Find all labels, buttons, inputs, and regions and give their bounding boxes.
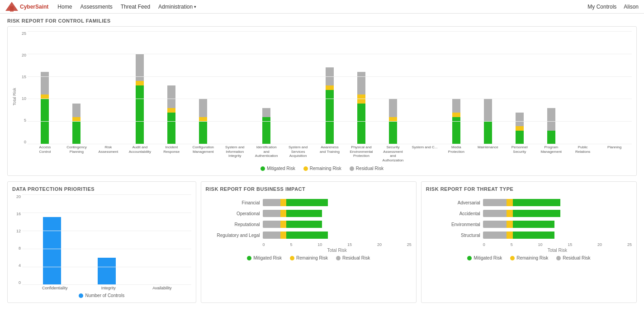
bars-area: [28, 31, 632, 144]
x-label-18: Planning: [599, 145, 630, 162]
dp-x-label-2: Availability: [137, 286, 187, 290]
tt-legend-residual: Residual Risk: [556, 255, 590, 260]
bar-mitigated-3: [136, 85, 144, 144]
bar-mitigated-0: [41, 99, 49, 144]
h-bar-track-3: [263, 232, 412, 239]
control-families-legend: Mitigated Risk Remaining Risk Residual R…: [12, 166, 632, 171]
bar-group-10: [346, 31, 377, 144]
tt-chart: AdversarialAccidentalEnvironmentalStruct…: [426, 194, 632, 253]
bar-group-18: [599, 31, 630, 144]
x-label-10: Physical and Environmental Protection: [346, 145, 377, 162]
h-seg-mitigated-1: [513, 210, 560, 217]
x-label-3: Audit and Accountability: [124, 145, 156, 162]
bar-group-8: [283, 31, 314, 144]
x-axis-labels: Access ControlContingency PlanningRisk A…: [18, 145, 632, 162]
x-label-6: System and Information Integrity: [219, 145, 251, 162]
bi-legend-residual: Residual Risk: [336, 255, 370, 260]
bar-mitigated-7: [262, 117, 270, 144]
h-x-label-bi-chart: Total Risk: [206, 248, 412, 253]
bar-mitigated-16: [547, 131, 555, 144]
x-label-1: Contingency Planning: [61, 145, 92, 162]
x-label-7: Identification and Authentication: [251, 145, 282, 162]
bar-residual-3: [136, 54, 144, 81]
bar-stack-3: [136, 54, 144, 144]
bar-group-15: [504, 31, 535, 144]
h-x-axis-tt-chart: 0510152025: [426, 242, 632, 247]
nav-right: My Controls Alison: [587, 4, 639, 10]
bar-residual-4: [167, 85, 175, 108]
bar-stack-11: [389, 99, 397, 144]
bar-group-16: [535, 31, 567, 144]
h-seg-remaining-3: [507, 232, 512, 239]
h-bar-row-1: Operational: [206, 210, 412, 217]
h-bar-track-2: [483, 221, 632, 228]
h-bar-label-3: Regulatory and Legal: [206, 233, 260, 238]
h-seg-residual-1: [483, 210, 507, 217]
h-seg-remaining-2: [507, 221, 512, 228]
h-bar-track-1: [483, 210, 632, 217]
data-protection-title: DATA PROTECTION PRIORITIES: [12, 186, 191, 192]
x-label-17: Public Relations: [567, 145, 598, 162]
bar-group-11: [377, 31, 408, 144]
bar-remaining-13: [452, 113, 460, 117]
dp-bar-0: [43, 217, 61, 285]
x-label-5: Configuration Management: [188, 145, 219, 162]
h-bar-label-0: Financial: [206, 200, 260, 205]
legend-remaining: Remaining Risk: [303, 166, 341, 171]
logo-icon: [5, 2, 18, 12]
threat-type-card: RISK REPORT FOR THREAT TYPE AdversarialA…: [421, 181, 637, 303]
dp-bars: [22, 194, 191, 285]
dp-x-label-0: Confidentiality: [30, 286, 80, 290]
bi-legend-remaining: Remaining Risk: [290, 255, 328, 260]
bar-remaining-0: [41, 94, 49, 99]
bar-residual-16: [547, 108, 555, 131]
chevron-down-icon: ▾: [194, 5, 196, 9]
bar-stack-14: [484, 99, 492, 144]
dp-bar-group-2: [136, 194, 186, 285]
legend-mitigated-label: Mitigated Risk: [267, 166, 295, 171]
h-seg-mitigated-0: [513, 199, 560, 206]
h-seg-mitigated-0: [286, 199, 328, 206]
navigation: CyberSaint Home Assessments Threat Feed …: [0, 0, 644, 14]
h-seg-mitigated-2: [513, 221, 554, 228]
h-bar-row-3: Regulatory and Legal: [206, 232, 412, 239]
bar-stack-1: [72, 104, 80, 144]
dp-x-label-1: Integrity: [84, 286, 133, 290]
bar-residual-10: [357, 72, 365, 94]
bar-remaining-1: [72, 117, 80, 122]
logo[interactable]: CyberSaint: [5, 2, 48, 12]
x-label-13: Media Protection: [440, 145, 472, 162]
bar-stack-13: [452, 99, 460, 144]
bi-legend-mitigated: Mitigated Risk: [247, 255, 282, 260]
control-families-title: RISK REPORT FOR CONTROL FAMILIES: [7, 18, 637, 24]
bar-mitigated-14: [484, 122, 492, 144]
nav-assessments[interactable]: Assessments: [80, 4, 112, 10]
h-bar-row-0: Financial: [206, 199, 412, 206]
h-seg-remaining-1: [507, 210, 512, 217]
threat-type-title: RISK REPORT FOR THREAT TYPE: [426, 186, 632, 192]
x-label-0: Access Control: [29, 145, 61, 162]
bar-residual-15: [516, 113, 524, 126]
h-seg-residual-3: [483, 232, 507, 239]
h-bar-track-1: [263, 210, 412, 217]
bar-group-0: [29, 31, 61, 144]
bar-stack-15: [516, 113, 524, 144]
h-seg-mitigated-3: [513, 232, 554, 239]
legend-residual-label: Residual Risk: [356, 166, 384, 171]
nav-home[interactable]: Home: [57, 4, 72, 10]
nav-administration[interactable]: Administration ▾: [158, 4, 196, 10]
h-seg-remaining-0: [507, 199, 512, 206]
bar-mitigated-9: [326, 90, 334, 144]
h-bar-track-2: [263, 221, 412, 228]
bar-remaining-5: [199, 117, 207, 122]
nav-threat-feed[interactable]: Threat Feed: [121, 4, 150, 10]
x-label-14: Maintenance: [472, 145, 503, 162]
bi-chart: FinancialOperationalReputationalRegulato…: [206, 194, 412, 253]
dp-bar-group-1: [81, 194, 132, 285]
tt-legend-remaining: Remaining Risk: [510, 255, 548, 260]
remaining-dot: [303, 166, 308, 171]
my-controls-link[interactable]: My Controls: [587, 4, 616, 10]
dp-legend: Number of Controls: [12, 293, 191, 298]
mitigated-dot: [260, 166, 265, 171]
user-link[interactable]: Alison: [624, 4, 639, 10]
